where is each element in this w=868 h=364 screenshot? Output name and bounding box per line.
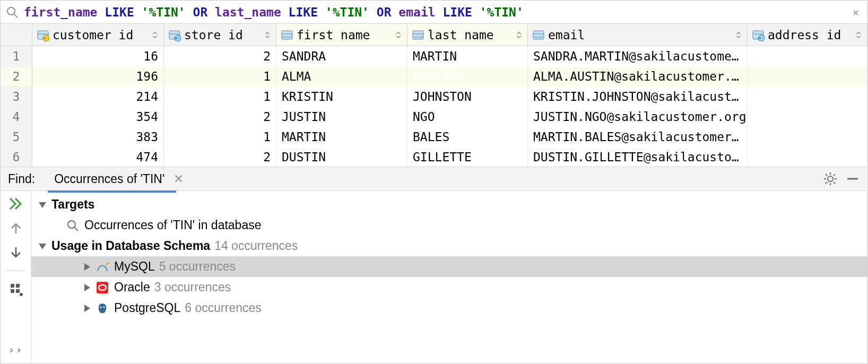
minimize-icon[interactable] bbox=[845, 171, 860, 186]
cell-address_id[interactable] bbox=[748, 127, 867, 147]
chevron-right-icon[interactable] bbox=[82, 283, 92, 292]
cell-address_id[interactable] bbox=[748, 107, 867, 127]
cell-first_name[interactable]: ALMA bbox=[276, 66, 407, 86]
cell-store_id[interactable]: 1 bbox=[164, 66, 276, 86]
tree-targets-sub[interactable]: Occurrences of 'TIN' in database bbox=[31, 215, 867, 236]
cell-store_id[interactable]: 2 bbox=[164, 147, 276, 167]
cell-email[interactable]: JUSTIN.NGO@sakilacustomer.org bbox=[528, 107, 748, 127]
search-icon bbox=[66, 219, 79, 232]
sort-icon[interactable] bbox=[854, 31, 863, 39]
find-panel: Find: Occurrences of 'TIN' ✕ ›› TargetsO… bbox=[1, 167, 867, 363]
prev-occurrence-icon[interactable] bbox=[8, 221, 23, 236]
chevron-right-icon[interactable] bbox=[82, 304, 92, 313]
cell-last_name[interactable]: NGO bbox=[407, 107, 528, 127]
close-tab-icon[interactable]: ✕ bbox=[173, 172, 184, 186]
column-icon bbox=[412, 29, 424, 41]
chevron-down-icon[interactable] bbox=[38, 200, 47, 210]
column-icon bbox=[281, 29, 293, 41]
sort-icon[interactable] bbox=[151, 31, 159, 39]
cell-address_id[interactable] bbox=[748, 46, 867, 66]
cell-last_name[interactable]: MARTIN bbox=[407, 46, 528, 66]
cell-last_name[interactable]: BALES bbox=[407, 127, 528, 147]
find-tab[interactable]: Occurrences of 'TIN' ✕ bbox=[51, 172, 187, 186]
grid-corner bbox=[1, 24, 32, 46]
column-header-first_name[interactable]: first_name bbox=[276, 24, 407, 46]
cell-email[interactable]: MARTIN.BALES@sakilacustomer… bbox=[528, 127, 748, 147]
column-header-address_id[interactable]: address_id bbox=[748, 24, 867, 46]
rerun-icon[interactable] bbox=[8, 196, 23, 211]
sort-icon[interactable] bbox=[515, 31, 523, 39]
row-number[interactable]: 4 bbox=[1, 107, 32, 127]
row-number[interactable]: 6 bbox=[1, 147, 32, 167]
cell-customer_id[interactable]: 354 bbox=[32, 107, 164, 127]
column-header-store_id[interactable]: store_id bbox=[164, 24, 276, 46]
oracle-icon bbox=[96, 281, 109, 294]
column-icon bbox=[37, 29, 49, 41]
chevron-right-icon[interactable] bbox=[82, 262, 92, 272]
cell-last_name[interactable]: GILLETTE bbox=[407, 147, 528, 167]
postgres-icon bbox=[96, 302, 109, 315]
cell-first_name[interactable]: MARTIN bbox=[276, 127, 407, 147]
cell-store_id[interactable]: 1 bbox=[164, 86, 276, 107]
cell-store_id[interactable]: 1 bbox=[164, 127, 276, 147]
group-by-icon[interactable] bbox=[8, 282, 23, 297]
cell-customer_id[interactable]: 214 bbox=[32, 86, 164, 107]
sort-icon[interactable] bbox=[734, 31, 743, 39]
cell-address_id[interactable] bbox=[748, 86, 867, 107]
cell-email[interactable]: DUSTIN.GILLETTE@sakilacusto… bbox=[528, 147, 748, 167]
column-icon bbox=[532, 29, 545, 41]
cell-email[interactable]: KRISTIN.JOHNSTON@sakilacust… bbox=[528, 86, 748, 107]
filter-bar: first_name LIKE '%TIN' OR last_name LIKE… bbox=[1, 1, 867, 24]
row-number[interactable]: 3 bbox=[1, 86, 32, 107]
tree-usage[interactable]: Usage in Database Schema14 occurrences bbox=[31, 236, 867, 256]
cell-first_name[interactable]: JUSTIN bbox=[276, 107, 407, 127]
cell-email[interactable]: SANDRA.MARTIN@sakilacustome… bbox=[528, 46, 748, 66]
cell-email[interactable]: ALMA.AUSTIN@sakilacustomer.… bbox=[528, 66, 748, 86]
clear-filter-button[interactable]: ✕ bbox=[849, 6, 862, 19]
more-actions-icon[interactable]: ›› bbox=[8, 343, 23, 356]
cell-last_name[interactable]: JOHNSTON bbox=[407, 86, 528, 107]
sort-icon[interactable] bbox=[394, 31, 403, 39]
find-gutter: ›› bbox=[1, 191, 31, 363]
sort-icon[interactable] bbox=[263, 31, 272, 39]
cell-customer_id[interactable]: 383 bbox=[32, 127, 164, 147]
results-table: customer_idstore_idfirst_namelast_nameem… bbox=[1, 24, 867, 167]
chevron-down-icon[interactable] bbox=[38, 241, 47, 251]
cell-address_id[interactable] bbox=[748, 66, 867, 86]
column-header-customer_id[interactable]: customer_id bbox=[32, 24, 164, 46]
row-number[interactable]: 5 bbox=[1, 127, 32, 147]
tree-db-mysql[interactable]: MySQL5 occurrences bbox=[31, 256, 867, 277]
mysql-icon bbox=[96, 261, 109, 273]
gear-icon[interactable] bbox=[823, 171, 838, 186]
tree-db-postgresql[interactable]: PostgreSQL6 occurrences bbox=[31, 298, 867, 318]
find-results-tree: TargetsOccurrences of 'TIN' in databaseU… bbox=[31, 191, 867, 363]
tree-targets[interactable]: Targets bbox=[31, 194, 867, 215]
search-icon bbox=[6, 6, 19, 19]
cell-last_name[interactable]: AUSTIN bbox=[407, 66, 528, 86]
row-number[interactable]: 2 bbox=[1, 66, 32, 86]
cell-first_name[interactable]: SANDRA bbox=[276, 46, 407, 66]
column-icon bbox=[168, 29, 181, 41]
cell-first_name[interactable]: KRISTIN bbox=[276, 86, 407, 107]
column-header-last_name[interactable]: last_name bbox=[407, 24, 528, 46]
column-header-email[interactable]: email bbox=[528, 24, 748, 46]
cell-address_id[interactable] bbox=[748, 147, 867, 167]
find-label: Find: bbox=[8, 172, 35, 186]
row-number[interactable]: 1 bbox=[1, 46, 32, 66]
filter-expression[interactable]: first_name LIKE '%TIN' OR last_name LIKE… bbox=[24, 5, 849, 19]
cell-customer_id[interactable]: 16 bbox=[32, 46, 164, 66]
find-panel-header: Find: Occurrences of 'TIN' ✕ bbox=[1, 167, 867, 191]
cell-customer_id[interactable]: 474 bbox=[32, 147, 164, 167]
tree-db-oracle[interactable]: Oracle3 occurrences bbox=[31, 277, 867, 298]
cell-first_name[interactable]: DUSTIN bbox=[276, 147, 407, 167]
next-occurrence-icon[interactable] bbox=[8, 245, 23, 260]
cell-customer_id[interactable]: 196 bbox=[32, 66, 164, 86]
column-icon bbox=[752, 29, 765, 41]
cell-store_id[interactable]: 2 bbox=[164, 46, 276, 66]
cell-store_id[interactable]: 2 bbox=[164, 107, 276, 127]
